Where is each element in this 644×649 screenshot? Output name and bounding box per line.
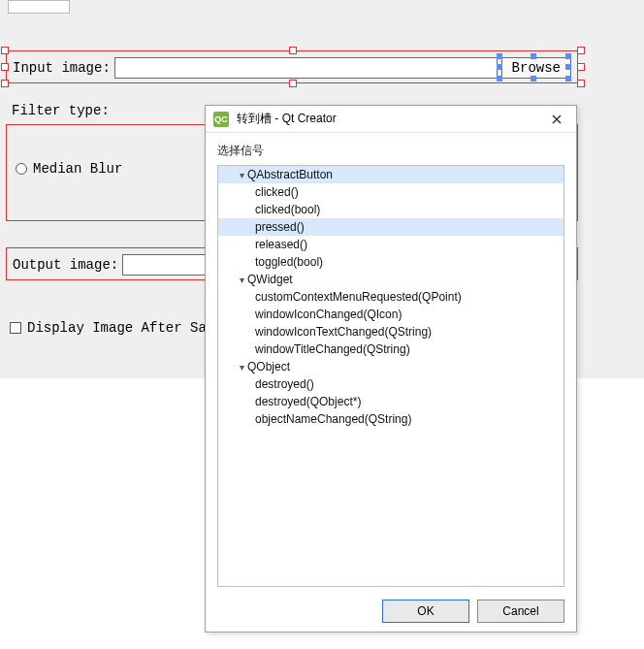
close-button[interactable] <box>543 109 570 130</box>
layout-handle <box>290 81 296 86</box>
selection-handle <box>497 76 502 81</box>
widget-placeholder <box>8 0 70 14</box>
layout-handle <box>290 48 296 53</box>
chevron-down-icon[interactable]: ▾ <box>236 275 247 285</box>
chevron-down-icon[interactable]: ▾ <box>236 362 247 373</box>
tree-item[interactable]: released() <box>218 236 564 253</box>
median-blur-label: Median Blur <box>33 161 122 177</box>
tree-group[interactable]: ▾QObject <box>218 358 564 375</box>
selection-handle <box>497 64 502 70</box>
qtcreator-icon: QC <box>213 112 229 127</box>
display-after-save-checkbox[interactable]: Display Image After Sav <box>10 320 214 336</box>
dialog-body: 选择信号 ▾QAbstractButtonclicked()clicked(bo… <box>206 133 576 591</box>
dialog-titlebar: QC 转到槽 - Qt Creator <box>206 106 576 133</box>
tree-item[interactable]: windowIconChanged(QIcon) <box>218 306 564 323</box>
tree-group[interactable]: ▾QWidget <box>218 271 564 288</box>
tree-item[interactable]: objectNameChanged(QString) <box>218 410 564 428</box>
display-after-save-label: Display Image After Sav <box>27 320 214 336</box>
tree-item-label: released() <box>255 238 307 251</box>
chevron-down-icon[interactable]: ▾ <box>236 170 247 180</box>
input-image-label: Input image: <box>13 60 111 76</box>
goto-slot-dialog: QC 转到槽 - Qt Creator 选择信号 ▾QAbstractButto… <box>205 105 577 633</box>
tree-item[interactable]: pressed() <box>218 218 564 236</box>
dialog-button-bar: OK Cancel <box>206 591 576 632</box>
tree-item-label: toggled(bool) <box>255 255 323 269</box>
selection-handle <box>531 76 536 81</box>
tree-item-label: objectNameChanged(QString) <box>255 412 411 426</box>
tree-item-label: windowTitleChanged(QString) <box>255 342 410 356</box>
input-image-field[interactable] <box>114 57 498 79</box>
tree-item[interactable]: windowIconTextChanged(QString) <box>218 323 564 341</box>
tree-group[interactable]: ▾QAbstractButton <box>218 166 564 183</box>
radio-icon <box>16 163 27 175</box>
checkbox-icon <box>10 322 21 334</box>
layout-handle <box>2 81 8 86</box>
tree-item-label: clicked() <box>255 185 299 199</box>
tree-item[interactable]: clicked() <box>218 183 564 201</box>
tree-item-label: windowIconTextChanged(QString) <box>255 325 432 339</box>
tree-group-label: QAbstractButton <box>247 168 333 181</box>
tree-item[interactable]: clicked(bool) <box>218 201 564 218</box>
median-blur-radio[interactable]: Median Blur <box>16 161 122 177</box>
signal-tree[interactable]: ▾QAbstractButtonclicked()clicked(bool)pr… <box>217 165 564 587</box>
layout-handle <box>578 48 584 53</box>
tree-item[interactable]: toggled(bool) <box>218 253 564 271</box>
selection-handle <box>497 53 502 59</box>
tree-item[interactable]: destroyed(QObject*) <box>218 393 564 410</box>
tree-group-label: QObject <box>247 360 290 373</box>
tree-item[interactable]: windowTitleChanged(QString) <box>218 341 564 358</box>
tree-item-label: destroyed(QObject*) <box>255 395 361 408</box>
tree-item[interactable]: destroyed() <box>218 375 564 393</box>
tree-item-label: destroyed() <box>255 377 314 391</box>
output-image-label: Output image: <box>13 257 118 273</box>
tree-item-label: clicked(bool) <box>255 203 320 216</box>
dialog-title: 转到槽 - Qt Creator <box>237 111 337 127</box>
tree-item-label: customContextMenuRequested(QPoint) <box>255 290 462 304</box>
select-signal-label: 选择信号 <box>217 143 564 159</box>
tree-item[interactable]: customContextMenuRequested(QPoint) <box>218 288 564 306</box>
ok-button[interactable]: OK <box>382 600 469 623</box>
cancel-button[interactable]: Cancel <box>477 600 564 623</box>
tree-group-label: QWidget <box>247 273 293 286</box>
selection-handle <box>565 64 571 70</box>
layout-handle <box>578 81 584 86</box>
selection-handle <box>565 76 571 81</box>
filter-type-label: Filter type: <box>12 103 110 118</box>
layout-handle <box>578 64 584 70</box>
tree-item-label: windowIconChanged(QIcon) <box>255 308 402 321</box>
layout-handle <box>2 64 8 70</box>
layout-handle <box>2 48 8 53</box>
input-row-frame: Input image: Browse <box>6 50 578 83</box>
tree-item-label: pressed() <box>255 220 305 234</box>
selection-handle <box>565 53 571 59</box>
selection-handle <box>531 53 536 59</box>
close-icon <box>552 114 562 124</box>
